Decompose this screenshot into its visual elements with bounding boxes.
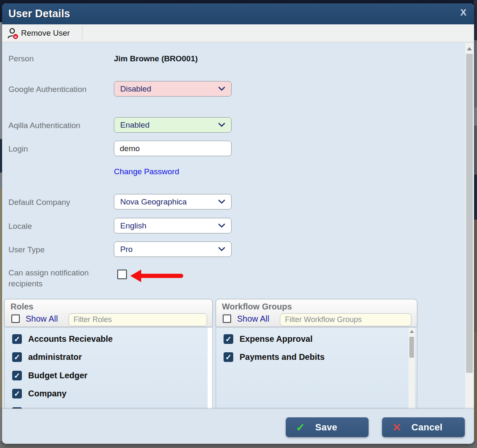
close-icon[interactable]: X xyxy=(460,8,466,17)
cancel-button[interactable]: ✕ Cancel xyxy=(382,417,465,437)
role-checkbox[interactable] xyxy=(12,334,22,344)
login-input[interactable] xyxy=(114,141,232,156)
roles-show-all-checkbox[interactable] xyxy=(11,314,20,323)
person-label: Person xyxy=(8,54,34,63)
role-label: administrator xyxy=(28,352,82,362)
save-button-label: Save xyxy=(315,422,337,433)
workflow-filter-input[interactable] xyxy=(280,313,411,326)
dialog-title: User Details xyxy=(8,8,70,20)
locale-select[interactable]: English xyxy=(114,218,232,233)
roles-panel-title: Roles xyxy=(11,302,33,312)
default-company-value: Nova Geographica xyxy=(120,197,187,207)
list-item[interactable]: administrator xyxy=(12,352,82,362)
remove-user-icon: ✕ xyxy=(7,28,17,39)
workflow-groups-panel-header: Workflow Groups Show All xyxy=(216,299,417,327)
login-label: Login xyxy=(8,144,28,154)
change-password-link[interactable]: Change Password xyxy=(114,167,179,176)
red-arrow-annotation-icon xyxy=(130,270,183,282)
user-type-value: Pro xyxy=(120,245,133,254)
dialog-footer: ✓ Save ✕ Cancel xyxy=(2,409,474,444)
chevron-down-icon xyxy=(218,247,225,252)
cancel-x-icon: ✕ xyxy=(382,422,411,433)
screen: User Details X ✕ Remove User Person Jim … xyxy=(0,0,477,448)
user-details-dialog: User Details X ✕ Remove User Person Jim … xyxy=(2,3,474,444)
user-type-label: User Type xyxy=(8,245,45,254)
remove-badge-x-icon: ✕ xyxy=(13,34,18,39)
can-assign-checkbox[interactable] xyxy=(117,270,127,279)
google-auth-label: Google Authentication xyxy=(8,85,87,94)
roles-list: Accounts Recievable administrator Budget… xyxy=(4,327,213,410)
roles-panel-header: Roles Show All xyxy=(4,299,213,327)
person-value: Jim Browne (BRO001) xyxy=(114,54,198,63)
roles-filter-input[interactable] xyxy=(69,313,207,326)
aqilla-auth-value: Enabled xyxy=(120,121,150,130)
google-auth-select[interactable]: Disabled xyxy=(114,81,232,97)
roles-scroll-gutter xyxy=(208,327,213,410)
locale-value: English xyxy=(120,221,146,231)
chevron-down-icon xyxy=(218,123,225,127)
list-item[interactable]: Budget Ledger xyxy=(12,371,87,380)
list-item[interactable]: Accounts Recievable xyxy=(12,334,113,344)
remove-user-button[interactable]: ✕ Remove User xyxy=(5,26,75,41)
dialog-toolbar: ✕ Remove User xyxy=(2,24,474,42)
list-item[interactable]: Company xyxy=(12,389,66,398)
chevron-down-icon xyxy=(218,223,225,228)
save-check-icon: ✓ xyxy=(286,422,315,433)
roles-show-all-label[interactable]: Show All xyxy=(26,314,58,324)
dialog-titlebar: User Details X xyxy=(2,3,474,24)
list-item[interactable]: Expense Approval xyxy=(224,334,313,344)
workflow-label: Payments and Debits xyxy=(240,352,324,362)
cancel-button-label: Cancel xyxy=(411,422,443,433)
role-checkbox[interactable] xyxy=(12,389,22,398)
aqilla-auth-label: Aqilla Authentication xyxy=(8,121,80,130)
scroll-up-arrow-icon[interactable] xyxy=(410,330,414,333)
background-page-right-strip xyxy=(474,0,477,448)
remove-user-label: Remove User xyxy=(21,29,70,38)
workflow-checkbox[interactable] xyxy=(224,334,233,344)
role-checkbox[interactable] xyxy=(12,371,22,380)
list-item[interactable]: Payments and Debits xyxy=(224,352,324,362)
workflow-scrollbar-thumb[interactable] xyxy=(409,337,414,358)
role-label: Company xyxy=(28,389,66,398)
workflow-show-all-checkbox[interactable] xyxy=(223,314,231,323)
workflow-groups-panel-title: Workflow Groups xyxy=(222,302,292,312)
dialog-scrollbar-thumb[interactable] xyxy=(466,54,473,373)
workflow-checkbox[interactable] xyxy=(224,352,233,362)
google-auth-value: Disabled xyxy=(120,84,151,94)
can-assign-label: Can assign notification recipients xyxy=(8,267,99,289)
role-checkbox[interactable] xyxy=(12,352,22,362)
workflow-groups-list: Expense Approval Payments and Debits xyxy=(216,327,417,410)
default-company-select[interactable]: Nova Geographica xyxy=(114,194,232,210)
scroll-up-arrow-icon[interactable] xyxy=(467,47,472,50)
role-label: Accounts Recievable xyxy=(28,334,113,344)
toolbar-separator xyxy=(82,26,82,40)
chevron-down-icon xyxy=(218,86,225,91)
save-button[interactable]: ✓ Save xyxy=(286,417,369,437)
role-label: Budget Ledger xyxy=(28,371,87,380)
aqilla-auth-select[interactable]: Enabled xyxy=(114,117,232,133)
default-company-label: Default Company xyxy=(8,198,70,207)
locale-label: Locale xyxy=(8,222,32,231)
workflow-show-all-label[interactable]: Show All xyxy=(237,314,269,324)
user-type-select[interactable]: Pro xyxy=(114,241,232,257)
chevron-down-icon xyxy=(218,199,225,204)
workflow-label: Expense Approval xyxy=(240,334,313,344)
